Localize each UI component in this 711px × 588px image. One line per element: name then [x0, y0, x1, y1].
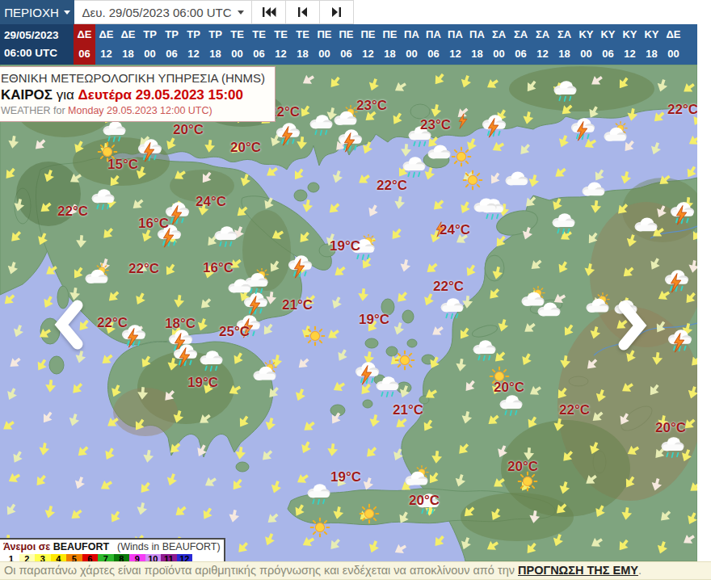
- timestep-column[interactable]: ΣΑ18: [553, 24, 575, 65]
- timestep-day: ΔΕ: [95, 25, 117, 44]
- temperature-label: 20°C: [494, 380, 524, 396]
- timestep-column[interactable]: ΠΑ12: [444, 24, 466, 65]
- forecast-map: 20°C22°C23°C23°C22°C20°C15°C24°C22°C16°C…: [0, 65, 697, 561]
- timestep-hour: 00: [401, 44, 423, 64]
- timestep-column[interactable]: ΚΥ18: [641, 24, 663, 65]
- map-previous-button[interactable]: [50, 299, 87, 351]
- timestep-column[interactable]: ΠΑ06: [423, 24, 444, 65]
- timestep-column[interactable]: ΚΥ06: [597, 24, 619, 65]
- timestep-column[interactable]: ΠΑ18: [466, 24, 488, 65]
- timestep-day: ΠΕ: [335, 25, 357, 44]
- timestep-hour: 12: [444, 44, 466, 64]
- timestep-day: ΣΑ: [488, 25, 510, 44]
- temperature-label: 16°C: [138, 216, 169, 232]
- timestep-hour: 06: [335, 44, 357, 64]
- timestep-column[interactable]: ΚΥ12: [619, 24, 641, 65]
- timestep-column[interactable]: ΔΕ06: [74, 24, 95, 65]
- timestep-hour: 06: [423, 44, 444, 64]
- timestep-day: ΣΑ: [510, 25, 532, 44]
- forecast-title-greek: ΚΑΙΡΟΣ για Δευτέρα 29.05.2023 15:00: [1, 86, 265, 104]
- map-next-button[interactable]: [614, 300, 651, 351]
- disclaimer-period: .: [638, 564, 642, 577]
- timestep-column[interactable]: ΠΕ06: [335, 24, 357, 65]
- legend-beaufort-cell: 11: [161, 554, 177, 561]
- temperature-label: 20°C: [230, 140, 261, 156]
- timestep-hour: 12: [183, 44, 204, 64]
- timestep-column[interactable]: ΠΕ00: [313, 24, 335, 65]
- timestep-column[interactable]: ΤΡ18: [204, 24, 226, 65]
- timestep-day: ΔΕ: [117, 25, 139, 44]
- timestep-hour: 18: [553, 44, 575, 64]
- temperature-label: 22°C: [57, 204, 88, 220]
- timestep-hour: 06: [248, 44, 270, 64]
- timestep-column[interactable]: ΣΑ00: [488, 24, 510, 65]
- timestep-hour: 06: [510, 44, 532, 64]
- timestep-day: ΤΡ: [161, 25, 183, 44]
- timestep-day: ΤΡ: [183, 25, 204, 44]
- weather-app: ΠΕΡΙΟΧΗ Δευ. 29/05/2023 06:00 UTC: [0, 0, 711, 588]
- skip-to-start-icon: [262, 6, 276, 18]
- timestep-column[interactable]: ΤΡ06: [161, 24, 183, 65]
- timestep-hour: 00: [575, 44, 597, 64]
- timestep-column[interactable]: ΔΕ12: [95, 24, 117, 65]
- legend-beaufort-cell: 10: [145, 554, 162, 561]
- timestep-column[interactable]: ΔΕ18: [117, 24, 139, 65]
- timestep-hour: 12: [95, 44, 117, 64]
- timestep-column[interactable]: ΤΕ06: [248, 24, 270, 65]
- legend-beaufort-cell: 7: [98, 554, 114, 561]
- timestep-day: ΠΑ: [444, 25, 466, 44]
- timestep-column[interactable]: ΤΡ12: [183, 24, 204, 65]
- next-timestep-button[interactable]: [320, 0, 354, 24]
- first-timestep-button[interactable]: [252, 0, 286, 24]
- current-timestep-info: 29/05/2023 06:00 UTC: [0, 24, 74, 65]
- timestep-day: ΠΕ: [313, 25, 335, 44]
- timestep-column[interactable]: ΤΕ18: [292, 24, 313, 65]
- timestep-column[interactable]: ΔΕ00: [663, 24, 684, 65]
- timestep-hour: 18: [117, 44, 139, 64]
- timestep-column[interactable]: ΣΑ06: [510, 24, 532, 65]
- beaufort-legend: Άνεμοι σε BEAUFORT(Winds in BEAUFORT) 12…: [0, 538, 225, 561]
- timestep-hour: 06: [597, 44, 619, 64]
- timestep-column[interactable]: ΣΑ12: [532, 24, 553, 65]
- timestep-hour: 12: [532, 44, 553, 64]
- timestep-hour: 06: [161, 44, 183, 64]
- timestep-column[interactable]: ΠΕ12: [357, 24, 379, 65]
- legend-beaufort-cell: 4: [51, 554, 67, 561]
- timestep-column[interactable]: ΚΥ00: [575, 24, 597, 65]
- timestep-column[interactable]: ΠΕ18: [379, 24, 401, 65]
- legend-beaufort-cell: 3: [35, 554, 51, 561]
- timestep-hour: 00: [313, 44, 335, 64]
- disclaimer-text: Οι παραπάνω χάρτες είναι προϊόντα αριθμη…: [4, 564, 518, 577]
- region-dropdown-button[interactable]: ΠΕΡΙΟΧΗ: [0, 0, 74, 24]
- previous-timestep-button[interactable]: [286, 0, 320, 24]
- temperature-label: 24°C: [196, 194, 226, 210]
- temperature-label: 22°C: [377, 178, 407, 194]
- step-forward-icon: [331, 6, 342, 18]
- timestep-day: ΚΥ: [597, 25, 619, 44]
- emy-forecast-link[interactable]: ΠΡΟΓΝΩΣΗ ΤΗΣ ΕΜΥ: [518, 564, 638, 577]
- toolbar: ΠΕΡΙΟΧΗ Δευ. 29/05/2023 06:00 UTC: [0, 0, 711, 24]
- timestep-hour: 18: [641, 44, 663, 64]
- timestep-hour: 12: [619, 44, 641, 64]
- timestep-column[interactable]: ΤΕ12: [270, 24, 292, 65]
- timestep-hour: 00: [139, 44, 161, 64]
- temperature-label: 19°C: [187, 375, 218, 391]
- datetime-dropdown-button[interactable]: Δευ. 29/05/2023 06:00 UTC: [74, 0, 252, 24]
- chevron-left-icon: [50, 299, 87, 351]
- temperature-label: 22°C: [667, 102, 697, 118]
- current-time: 06:00 UTC: [4, 44, 74, 62]
- timestep-day: ΚΥ: [641, 25, 663, 44]
- timestep-day: ΤΕ: [270, 25, 292, 44]
- timestep-hour: 18: [379, 44, 401, 64]
- timestep-column[interactable]: ΤΕ00: [226, 24, 248, 65]
- timestep-column[interactable]: ΤΡ00: [139, 24, 161, 65]
- legend-beaufort-cell: 9: [129, 554, 145, 561]
- timestep-column[interactable]: ΠΑ00: [401, 24, 423, 65]
- temperature-label: 24°C: [440, 222, 470, 238]
- timestep-hour: 06: [74, 44, 95, 64]
- temperature-label: 20°C: [507, 459, 538, 475]
- timestep-hour: 18: [204, 44, 226, 64]
- timestep-hour: 00: [226, 44, 248, 64]
- timestep-day: ΤΡ: [139, 25, 161, 44]
- datetime-dropdown-label: Δευ. 29/05/2023 06:00 UTC: [82, 6, 231, 19]
